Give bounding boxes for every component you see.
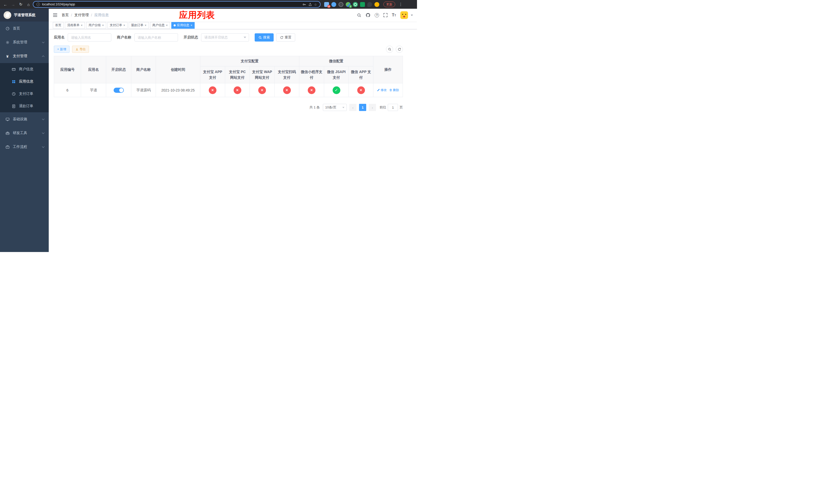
yen-icon: ¥ — [5, 54, 10, 59]
address-bar[interactable]: i localhost:1024/pay/app ☆ — [33, 1, 321, 8]
toolbar-right — [386, 46, 403, 53]
tab-app-info[interactable]: 应用信息 × — [171, 22, 195, 29]
status-toggle[interactable] — [114, 88, 124, 93]
chevron-down-icon — [42, 41, 45, 43]
next-page-button[interactable]: › — [369, 104, 376, 111]
close-icon[interactable]: × — [166, 24, 168, 27]
cell-created: 2021-10-23 08:49:25 — [156, 83, 200, 97]
font-size-icon[interactable]: TT — [392, 13, 396, 18]
close-icon[interactable]: × — [145, 24, 147, 27]
table-header-group-row: 应用编号 应用名 开启状态 商户名称 创建时间 支付宝配置 微信配置 操作 — [54, 56, 403, 66]
page-number-button[interactable]: 1 — [359, 104, 366, 111]
chevron-down-icon — [42, 118, 45, 120]
sidebar-collapse-icon[interactable] — [53, 13, 58, 17]
cell-status — [106, 83, 131, 97]
url-text[interactable]: localhost:1024/pay/app — [42, 3, 300, 6]
total-count: 共 1 条 — [310, 105, 320, 110]
close-icon[interactable]: × — [191, 24, 192, 27]
sidebar-item-workflow[interactable]: 工作流程 — [0, 140, 49, 154]
close-icon[interactable]: × — [102, 24, 104, 27]
forward-button[interactable]: → — [10, 1, 16, 8]
app-name-label: 应用名 — [54, 35, 65, 40]
navbar-actions: ? TT — [357, 11, 413, 19]
edit-button[interactable]: 修改 — [377, 88, 387, 92]
breadcrumb-separator: / — [91, 13, 92, 17]
reload-button[interactable]: ↻ — [18, 1, 24, 8]
breadcrumb-home[interactable]: 首页 — [62, 13, 69, 18]
page-size-select[interactable]: 10条/页 — [323, 104, 347, 111]
tab-merchant-info[interactable]: 商户信息 × — [150, 22, 170, 29]
search-icon[interactable] — [357, 13, 361, 18]
merchant-name-label: 商户名称 — [117, 35, 131, 40]
extension-icon-1[interactable]: 10 — [324, 2, 329, 7]
merchant-name-input[interactable] — [134, 33, 178, 42]
sidebar-subitem-refund-order[interactable]: 退款订单 — [0, 100, 49, 112]
help-icon[interactable]: ? — [375, 13, 379, 18]
sidebar-subitem-pay-order[interactable]: 支付订单 — [0, 88, 49, 100]
tab-label: 应用信息 — [177, 23, 189, 27]
sidebar-item-home[interactable]: 首页 — [0, 22, 49, 36]
tab-user-group[interactable]: 用户分组 × — [86, 22, 106, 29]
extension-icon-7[interactable] — [367, 2, 372, 7]
cell-alipay-app: × — [200, 83, 225, 97]
search-button[interactable]: 搜索 — [255, 33, 273, 42]
fullscreen-icon[interactable] — [383, 13, 388, 17]
sidebar-item-payment[interactable]: ¥ 支付管理 — [0, 49, 49, 63]
status-select[interactable]: 请选择开启状态 — [201, 33, 249, 42]
bookmark-star-icon[interactable]: ☆ — [314, 3, 317, 6]
sidebar-item-dev-tools[interactable]: 研发工具 — [0, 126, 49, 140]
cell-alipay-wap: × — [250, 83, 275, 97]
sidebar-subitem-app-info[interactable]: 应用信息 — [0, 75, 49, 88]
sidebar-item-system[interactable]: 系统管理 — [0, 36, 49, 49]
github-icon[interactable] — [366, 13, 370, 18]
status-badge: × — [258, 86, 266, 94]
extension-badge: 10 — [327, 5, 331, 8]
profile-avatar-icon[interactable] — [374, 2, 379, 7]
extension-icon-2[interactable] — [331, 2, 336, 7]
sidebar-logo[interactable]: 芋道管理系统 — [0, 9, 49, 22]
app-name-input[interactable] — [68, 33, 111, 42]
site-info-icon[interactable]: i — [37, 3, 40, 6]
goto-page-input[interactable] — [388, 104, 398, 111]
extension-icon-3[interactable] — [338, 2, 344, 7]
refresh-table-button[interactable] — [396, 46, 403, 53]
delete-button[interactable]: 删除 — [389, 88, 399, 92]
home-button[interactable]: ⌂ — [25, 1, 32, 8]
active-tab-dot — [174, 24, 176, 26]
sidebar-item-infrastructure[interactable]: 基础设施 — [0, 112, 49, 126]
col-wx-app: 微信 APP 支付 — [349, 66, 373, 83]
extension-icon-6[interactable] — [360, 2, 365, 7]
browser-menu-icon[interactable]: ⋮ — [399, 2, 403, 7]
avatar-caret-icon[interactable] — [411, 15, 413, 16]
chevron-down-icon — [42, 145, 45, 148]
chrome-update-button[interactable]: 更新 — [383, 2, 395, 7]
cell-app-name: 芋道 — [81, 83, 106, 97]
tab-pay-order[interactable]: 支付订单 × — [107, 22, 128, 29]
prev-page-button[interactable]: ‹ — [349, 104, 356, 111]
close-icon[interactable]: × — [81, 24, 83, 27]
reset-button[interactable]: 重置 — [276, 33, 295, 42]
share-icon[interactable] — [308, 3, 312, 6]
tab-flow-form[interactable]: 流程表单 × — [65, 22, 85, 29]
tab-home[interactable]: 首页 — [53, 22, 64, 29]
sidebar-item-label: 应用信息 — [19, 79, 33, 84]
sidebar-item-label: 工作流程 — [13, 144, 39, 149]
password-key-icon[interactable] — [302, 3, 306, 6]
extension-icon-5[interactable] — [353, 2, 358, 7]
user-avatar[interactable] — [400, 11, 408, 19]
add-button[interactable]: + 新增 — [54, 46, 69, 53]
toggle-search-button[interactable] — [386, 46, 393, 53]
col-status: 开启状态 — [106, 56, 131, 83]
breadcrumb-section[interactable]: 支付管理 — [74, 13, 89, 18]
logo-avatar — [4, 11, 11, 19]
extension-icon-4[interactable]: 1 — [346, 2, 351, 7]
back-button[interactable]: ← — [2, 1, 9, 8]
close-icon[interactable]: × — [123, 24, 125, 27]
page-content: 应用名 商户名称 开启状态 请选择开启状态 — [49, 29, 417, 252]
main-area: 首页 / 支付管理 / 应用信息 ? — [49, 9, 417, 252]
tab-refund-order[interactable]: 退款订单 × — [129, 22, 149, 29]
document-icon — [11, 104, 16, 108]
sidebar-subitem-merchant-info[interactable]: 商户信息 — [0, 63, 49, 75]
export-button[interactable]: 导出 — [72, 46, 89, 53]
order-icon — [11, 92, 16, 96]
